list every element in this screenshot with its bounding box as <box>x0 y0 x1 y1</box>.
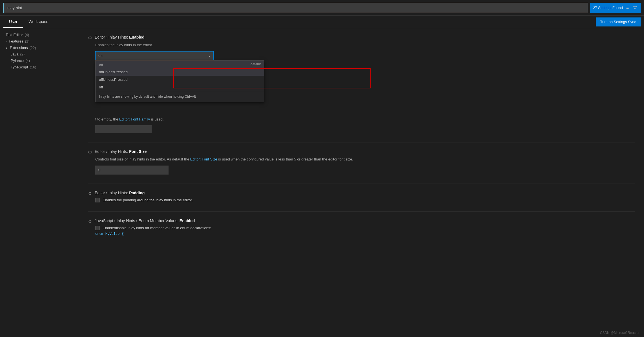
checkbox-padding-label: Enables the padding around the inlay hin… <box>103 198 193 202</box>
option-on-label: on <box>99 62 103 66</box>
setting-inlay-hints-font-size: ⚙ Editor › Inlay Hints: Font Size Contro… <box>88 142 635 175</box>
option-onUnlessPressed-label: onUnlessPressed <box>99 70 128 74</box>
sidebar-pylance-label: Pylance <box>11 59 24 63</box>
search-results-badge: 27 Settings Found ≡ ▽ <box>590 3 641 13</box>
checkbox-row-js-inlay: Enable/disable inlay hints for member va… <box>95 226 635 230</box>
setting-header-font-size: ⚙ Editor › Inlay Hints: Font Size <box>88 149 635 155</box>
code-sample-js-inlay: enum MyValue { <box>95 232 635 236</box>
setting-title-js-inlay: JavaScript › Inlay Hints › Enum Member V… <box>95 218 195 223</box>
main-layout: Text Editor (4) › Features (1) ∨ Extensi… <box>0 28 644 337</box>
sidebar-java-label: Java <box>11 52 18 56</box>
font-family-input[interactable] <box>95 125 152 133</box>
font-size-input[interactable] <box>95 166 169 175</box>
setting-header-js-inlay: ⚙ JavaScript › Inlay Hints › Enum Member… <box>88 218 635 224</box>
gear-icon-enabled: ⚙ <box>88 35 92 41</box>
dropdown-option-on[interactable]: on default <box>96 61 264 68</box>
search-input-wrap: inlay hint <box>3 3 588 13</box>
sidebar-java-count: (2) <box>20 52 25 56</box>
gear-icon-padding: ⚙ <box>88 191 92 196</box>
setting-desc-font-family: t to empty, the Editor: Font Family is u… <box>95 117 635 122</box>
dropdown-inlay-enabled: on ⌄ on default onUnlessPressed offUnles… <box>95 51 214 60</box>
sidebar-item-typescript[interactable]: TypeScript (16) <box>0 64 79 70</box>
setting-desc-font-size: Controls font size of inlay hints in the… <box>95 157 635 162</box>
dropdown-option-off[interactable]: off <box>96 83 264 91</box>
sidebar-typescript-label: TypeScript <box>11 65 28 69</box>
dropdown-option-offUnlessPressed[interactable]: offUnlessPressed <box>96 76 264 83</box>
watermark: CSDN @MicrosoftReactor <box>600 331 639 335</box>
results-count: 27 Settings Found <box>593 6 623 10</box>
setting-inlay-hints-padding: ⚙ Editor › Inlay Hints: Padding Enables … <box>88 184 635 202</box>
option-on-badge: default <box>251 62 261 66</box>
option-offUnlessPressed-label: offUnlessPressed <box>99 77 128 82</box>
filter-icon[interactable]: ▽ <box>632 4 638 12</box>
tab-user[interactable]: User <box>3 16 23 28</box>
sidebar-features-count: (1) <box>25 39 30 43</box>
font-family-link[interactable]: Editor: Font Family <box>119 117 150 121</box>
setting-inlay-hints-enabled: ⚙ Editor › Inlay Hints: Enabled Enables … <box>88 35 635 60</box>
font-size-link[interactable]: Editor: Font Size <box>190 157 217 161</box>
search-input[interactable]: inlay hint <box>3 3 588 13</box>
tabs-left: User Workspace <box>3 16 54 28</box>
sidebar-item-java[interactable]: Java (2) <box>0 51 79 57</box>
setting-font-family-partial: t to empty, the Editor: Font Family is u… <box>88 117 635 133</box>
checkbox-padding[interactable] <box>95 198 100 202</box>
divider-font-size <box>88 142 635 142</box>
dropdown-select-enabled[interactable]: on <box>95 51 214 60</box>
checkbox-js-inlay-label: Enable/disable inlay hints for member va… <box>103 226 211 230</box>
content-area: ⚙ Editor › Inlay Hints: Enabled Enables … <box>79 28 644 337</box>
divider-padding <box>88 184 635 184</box>
dropdown-popup-desc: Inlay hints are showing by default and h… <box>96 91 264 102</box>
sidebar-pylance-count: (4) <box>25 59 30 63</box>
checkbox-js-inlay[interactable] <box>95 226 100 230</box>
sidebar-features-label: Features <box>9 39 23 43</box>
sidebar-item-pylance[interactable]: Pylance (4) <box>0 57 79 64</box>
gear-icon-font-size: ⚙ <box>88 149 92 155</box>
setting-title-font-size: Editor › Inlay Hints: Font Size <box>95 149 147 154</box>
sidebar-text-editor-label: Text Editor <box>6 33 23 37</box>
list-icon[interactable]: ≡ <box>625 4 630 12</box>
option-off-label: off <box>99 85 103 89</box>
sidebar-text-editor-count: (4) <box>25 33 29 37</box>
extensions-chevron-icon: ∨ <box>6 46 8 49</box>
sidebar-item-text-editor[interactable]: Text Editor (4) <box>0 32 79 38</box>
dropdown-popup-enabled: on default onUnlessPressed offUnlessPres… <box>95 60 264 102</box>
tabs-row: User Workspace Turn on Settings Sync <box>0 16 644 28</box>
setting-header-padding: ⚙ Editor › Inlay Hints: Padding <box>88 191 635 196</box>
gear-icon-js-inlay: ⚙ <box>88 219 92 224</box>
sidebar-typescript-count: (16) <box>30 65 36 69</box>
dropdown-option-onUnlessPressed[interactable]: onUnlessPressed <box>96 68 264 76</box>
sidebar-extensions-label: Extensions <box>10 46 28 50</box>
setting-desc-enabled: Enables the inlay hints in the editor. <box>95 42 635 48</box>
sidebar: Text Editor (4) › Features (1) ∨ Extensi… <box>0 28 79 337</box>
sidebar-extensions-count: (22) <box>30 46 36 50</box>
setting-title-padding: Editor › Inlay Hints: Padding <box>95 191 145 195</box>
setting-header-enabled: ⚙ Editor › Inlay Hints: Enabled <box>88 35 635 41</box>
sidebar-item-extensions[interactable]: ∨ Extensions (22) <box>0 44 79 51</box>
sidebar-item-features[interactable]: › Features (1) <box>0 38 79 44</box>
setting-js-inlay-enum: ⚙ JavaScript › Inlay Hints › Enum Member… <box>88 211 635 236</box>
tab-workspace[interactable]: Workspace <box>23 16 54 28</box>
divider-js-inlay <box>88 211 635 212</box>
features-chevron-icon: › <box>6 40 6 43</box>
setting-title-enabled: Editor › Inlay Hints: Enabled <box>95 35 145 39</box>
checkbox-row-padding: Enables the padding around the inlay hin… <box>95 198 635 202</box>
search-bar: inlay hint 27 Settings Found ≡ ▽ <box>0 0 644 16</box>
sync-button[interactable]: Turn on Settings Sync <box>596 17 641 26</box>
